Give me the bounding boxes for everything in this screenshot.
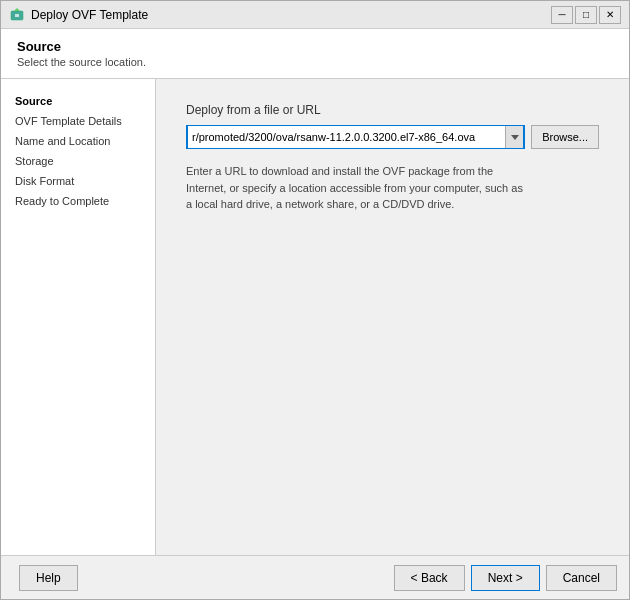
minimize-button[interactable]: ─	[551, 6, 573, 24]
window-title: Deploy OVF Template	[31, 8, 551, 22]
content-area: Source OVF Template Details Name and Loc…	[1, 79, 629, 555]
maximize-button[interactable]: □	[575, 6, 597, 24]
cancel-button[interactable]: Cancel	[546, 565, 617, 591]
sidebar-item-source[interactable]: Source	[1, 91, 155, 111]
svg-marker-1	[14, 8, 20, 11]
window-controls: ─ □ ✕	[551, 6, 621, 24]
title-bar: Deploy OVF Template ─ □ ✕	[1, 1, 629, 29]
url-dropdown-button[interactable]	[505, 126, 523, 148]
url-input-wrapper	[186, 125, 525, 149]
footer-left: Help	[13, 565, 388, 591]
back-button[interactable]: < Back	[394, 565, 465, 591]
main-panel: Deploy from a file or URL Browse... Ente…	[156, 79, 629, 555]
description-text: Enter a URL to download and install the …	[186, 163, 526, 213]
svg-rect-2	[15, 14, 19, 17]
main-window: Deploy OVF Template ─ □ ✕ Source Select …	[0, 0, 630, 600]
help-button[interactable]: Help	[19, 565, 78, 591]
header: Source Select the source location.	[1, 29, 629, 79]
next-button[interactable]: Next >	[471, 565, 540, 591]
deploy-label: Deploy from a file or URL	[186, 103, 599, 117]
chevron-down-icon	[511, 135, 519, 140]
sidebar-item-ready[interactable]: Ready to Complete	[1, 191, 155, 211]
sidebar: Source OVF Template Details Name and Loc…	[1, 79, 156, 555]
page-subtitle: Select the source location.	[17, 56, 613, 68]
close-button[interactable]: ✕	[599, 6, 621, 24]
sidebar-item-storage[interactable]: Storage	[1, 151, 155, 171]
url-input[interactable]	[188, 126, 505, 148]
footer: Help < Back Next > Cancel	[1, 555, 629, 599]
sidebar-item-name-location[interactable]: Name and Location	[1, 131, 155, 151]
sidebar-item-ovf-details[interactable]: OVF Template Details	[1, 111, 155, 131]
app-icon	[9, 7, 25, 23]
browse-button[interactable]: Browse...	[531, 125, 599, 149]
page-title: Source	[17, 39, 613, 54]
sidebar-item-disk-format[interactable]: Disk Format	[1, 171, 155, 191]
url-input-row: Browse...	[186, 125, 599, 149]
